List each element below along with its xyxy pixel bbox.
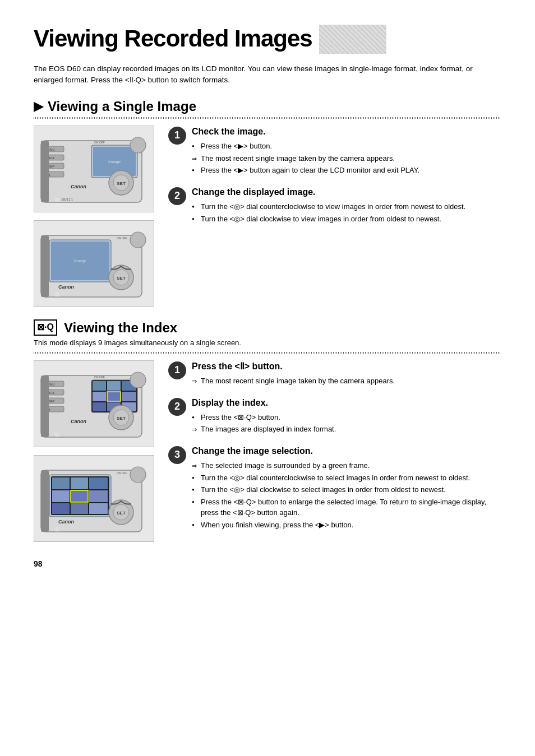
page-title: Viewing Recorded Images xyxy=(34,22,501,55)
section2-step3-content: Change the image selection. The selected… xyxy=(192,445,501,531)
svg-text:Image: Image xyxy=(108,159,121,164)
svg-text:Canon: Canon xyxy=(58,284,75,290)
svg-text:Canon: Canon xyxy=(71,419,87,424)
svg-text:⬜ 15/111: ⬜ 15/111 xyxy=(55,197,73,202)
svg-rect-63 xyxy=(71,477,88,489)
step2-item-2: Turn the <◎> dial clockwise to view imag… xyxy=(192,214,465,225)
svg-text:⬜: ⬜ xyxy=(55,432,60,437)
camera-image-1: Image MENU INFO. JUMP ⊠·Q Canon SET xyxy=(34,126,154,212)
step1-item-2: The most recent single image taken by th… xyxy=(192,153,419,164)
section2-header: ⊠·Q Viewing the Index xyxy=(34,318,501,337)
section2-step2-content: Display the index. Press the <⊠·Q> butto… xyxy=(192,397,336,436)
section2-divider xyxy=(34,352,501,354)
svg-rect-62 xyxy=(52,477,70,489)
section-index: ⊠·Q Viewing the Index This mode displays… xyxy=(34,318,501,542)
step1-content: Check the image. Press the <▶> button. T… xyxy=(192,126,419,177)
svg-point-75 xyxy=(130,467,146,483)
section2-step-3: 3 Change the image selection. The select… xyxy=(168,445,501,531)
section2-step-1: 1 Press the <Ⅱ> button. The most recent … xyxy=(168,360,501,388)
section2-step1-number: 1 xyxy=(168,361,186,379)
svg-text:ON  OFF: ON OFF xyxy=(117,236,127,240)
page-title-text: Viewing Recorded Images xyxy=(34,22,312,55)
section2-subtitle: This mode displays 9 images simultaneous… xyxy=(34,338,501,348)
svg-rect-30 xyxy=(41,235,49,297)
title-decorative-image xyxy=(319,25,386,54)
page-number: 98 xyxy=(34,559,501,570)
camera-image-2: Image Canon SET ON OFF ⬜ xyxy=(34,220,154,307)
intro-paragraph: The EOS D60 can display recorded images … xyxy=(34,63,501,86)
section1-icon: ▶ xyxy=(34,98,43,115)
camera-index-diagram-2: Canon SET ON OFF ⬜ xyxy=(38,459,150,537)
svg-point-28 xyxy=(130,232,146,248)
step2-number: 2 xyxy=(168,187,186,205)
section2-step3-item-1: The selected image is surrounded by a gr… xyxy=(192,460,501,471)
camera-index-image-1: MENU INFO. JUMP ⊠·Q Canon SET ON OFF ⬜ xyxy=(34,360,154,447)
svg-rect-65 xyxy=(52,490,70,502)
section-single-image: ▶ Viewing a Single Image Image MENU xyxy=(34,97,501,307)
section2-step3-list: The selected image is surrounded by a gr… xyxy=(192,460,501,530)
section1-title: Viewing a Single Image xyxy=(48,97,196,116)
section1-images: Image MENU INFO. JUMP ⊠·Q Canon SET xyxy=(34,126,157,307)
camera-index-diagram-1: MENU INFO. JUMP ⊠·Q Canon SET ON OFF ⬜ xyxy=(38,364,150,443)
section2-step1-item-1: The most recent single image taken by th… xyxy=(192,375,395,387)
svg-rect-70 xyxy=(89,503,108,514)
section2-step3-heading: Change the image selection. xyxy=(192,445,501,457)
section1-header: ▶ Viewing a Single Image xyxy=(34,97,501,116)
section2-step3-item-5: When you finish viewing, press the <▶> b… xyxy=(192,520,501,531)
section1-step-1: 1 Check the image. Press the <▶> button.… xyxy=(168,126,501,177)
svg-rect-68 xyxy=(52,503,70,514)
svg-text:ON  OFF: ON OFF xyxy=(94,141,105,144)
svg-text:SET: SET xyxy=(117,416,126,421)
section2-step2-list: Press the <⊠·Q> button. The images are d… xyxy=(192,412,336,435)
step1-number: 1 xyxy=(168,127,186,145)
section2-step1-list: The most recent single image taken by th… xyxy=(192,375,395,387)
section2-step2-number: 2 xyxy=(168,398,186,416)
svg-point-16 xyxy=(130,137,146,153)
svg-rect-34 xyxy=(93,381,106,391)
section2-step-2: 2 Display the index. Press the <⊠·Q> but… xyxy=(168,397,501,436)
svg-text:Image: Image xyxy=(73,258,86,263)
section2-step3-item-2: Turn the <◎> dial counterclockwise to se… xyxy=(192,472,501,484)
svg-rect-40 xyxy=(93,402,106,411)
svg-rect-39 xyxy=(122,392,136,401)
section2-step1-heading: Press the <Ⅱ> button. xyxy=(192,360,395,373)
svg-rect-77 xyxy=(41,470,49,532)
step2-content: Change the displayed image. Turn the <◎>… xyxy=(192,186,465,225)
section2-step3-item-4: Press the <⊠·Q> button to enlarge the se… xyxy=(192,497,501,518)
section2-title: Viewing the Index xyxy=(64,318,177,337)
svg-text:SET: SET xyxy=(117,511,126,516)
section1-step-2: 2 Change the displayed image. Turn the <… xyxy=(168,186,501,225)
section2-step2-item-2: The images are displayed in index format… xyxy=(192,424,336,435)
svg-rect-35 xyxy=(107,381,121,391)
svg-point-55 xyxy=(130,372,146,388)
section2-step2-heading: Display the index. xyxy=(192,397,336,409)
section2-step1-content: Press the <Ⅱ> button. The most recent si… xyxy=(192,360,395,388)
section2-step3-number: 3 xyxy=(168,446,186,464)
step1-heading: Check the image. xyxy=(192,126,419,138)
section2-step2-item-1: Press the <⊠·Q> button. xyxy=(192,412,336,423)
camera-index-image-2: Canon SET ON OFF ⬜ xyxy=(34,455,154,542)
camera-diagram-2: Image Canon SET ON OFF ⬜ xyxy=(38,224,150,303)
step2-item-1: Turn the <◎> dial counterclockwise to vi… xyxy=(192,201,465,212)
step2-heading: Change the displayed image. xyxy=(192,186,465,198)
svg-text:ON  OFF: ON OFF xyxy=(117,471,127,475)
step1-item-3: Press the <▶> button again to clear the … xyxy=(192,165,419,176)
section1-content: Image MENU INFO. JUMP ⊠·Q Canon SET xyxy=(34,126,501,307)
svg-rect-64 xyxy=(89,477,108,489)
step1-item-1: Press the <▶> button. xyxy=(192,141,419,152)
section2-icon: ⊠·Q xyxy=(34,319,57,335)
svg-rect-38 xyxy=(107,392,121,401)
svg-text:SET: SET xyxy=(117,181,126,186)
step1-list: Press the <▶> button. The most recent si… xyxy=(192,141,419,176)
svg-rect-69 xyxy=(71,503,88,514)
section2-step3-item-3: Turn the <◎> dial clockwise to select im… xyxy=(192,484,501,495)
step2-list: Turn the <◎> dial counterclockwise to vi… xyxy=(192,201,465,224)
svg-text:SET: SET xyxy=(117,276,126,281)
section2-images: MENU INFO. JUMP ⊠·Q Canon SET ON OFF ⬜ xyxy=(34,360,157,542)
svg-rect-37 xyxy=(93,392,106,401)
section1-steps: 1 Check the image. Press the <▶> button.… xyxy=(168,126,501,307)
section1-divider xyxy=(34,117,501,119)
svg-text:Canon: Canon xyxy=(71,184,87,189)
section2-steps: 1 Press the <Ⅱ> button. The most recent … xyxy=(168,360,501,542)
svg-rect-67 xyxy=(89,490,108,502)
